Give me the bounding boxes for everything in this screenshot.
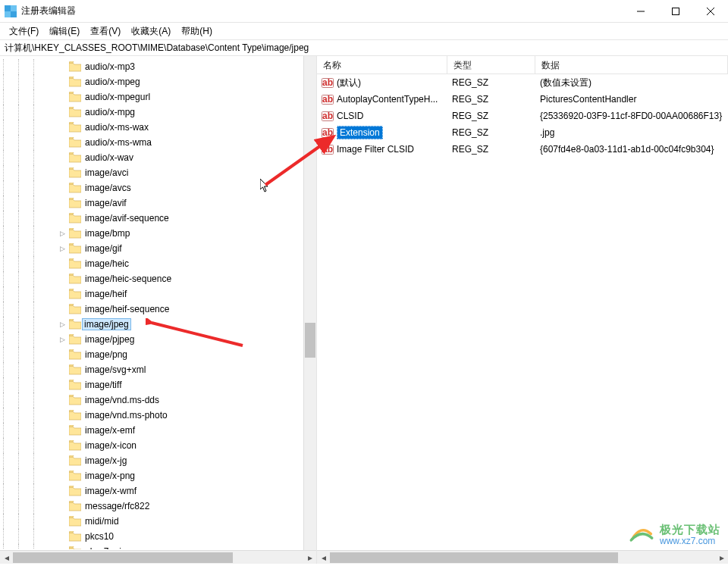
tree-item[interactable]: audio/x-mpg — [0, 105, 316, 120]
tree-item[interactable]: ▷image/bmp — [0, 226, 316, 241]
tree-vertical-scrollbar[interactable] — [303, 56, 316, 550]
tree-item[interactable]: image/avci — [0, 165, 316, 180]
list-row[interactable]: abAutoplayContentTypeH...REG_SZPicturesC… — [317, 91, 728, 108]
tree-item[interactable]: ▷image/pjpeg — [0, 332, 316, 347]
tree-item[interactable]: message/rfc822 — [0, 499, 316, 514]
tree-item[interactable]: ▷image/gif — [0, 241, 316, 256]
watermark-title: 极光下载站 — [660, 524, 720, 536]
tree-item[interactable]: image/heif-sequence — [0, 302, 316, 317]
svg-text:ab: ab — [322, 127, 333, 138]
registry-tree[interactable]: audio/x-mp3audio/x-mpegaudio/x-mpegurlau… — [0, 56, 316, 549]
close-button[interactable] — [693, 0, 728, 23]
tree-item-label: image/svg+xml — [84, 364, 146, 375]
tree-item[interactable]: image/x-jg — [0, 453, 316, 468]
expand-placeholder — [58, 305, 67, 314]
value-data-cell: (数值未设置) — [535, 77, 728, 89]
expand-placeholder — [58, 502, 67, 511]
tree-item[interactable]: image/avcs — [0, 180, 316, 195]
tree-item-label: pkcs10 — [84, 531, 115, 542]
menu-edit[interactable]: 编辑(E) — [45, 23, 84, 39]
watermark-logo-icon — [628, 527, 655, 543]
tree-item-label: image/heic-sequence — [84, 274, 172, 284]
menubar: 文件(F) 编辑(E) 查看(V) 收藏夹(A) 帮助(H) — [0, 23, 728, 39]
svg-text:ab: ab — [322, 77, 333, 88]
minimize-button[interactable] — [623, 0, 658, 23]
expand-placeholder — [58, 123, 67, 133]
list-row[interactable]: abExtensionREG_SZ.jpg — [317, 124, 728, 141]
app-icon — [5, 5, 17, 17]
tree-item[interactable]: image/heif — [0, 286, 316, 302]
col-data[interactable]: 数据 — [535, 56, 728, 73]
value-data-cell: {25336920-03F9-11cf-8FD0-00AA00686F13} — [535, 111, 728, 121]
menu-favorites[interactable]: 收藏夹(A) — [127, 23, 175, 39]
tree-item[interactable]: image/svg+xml — [0, 362, 316, 377]
tree-item[interactable]: image/tiff — [0, 377, 316, 392]
tree-item[interactable]: image/x-png — [0, 468, 316, 483]
address-text: 计算机\HKEY_CLASSES_ROOT\MIME\Database\Cont… — [5, 42, 309, 55]
scroll-left-icon[interactable]: ◂ — [317, 551, 330, 564]
tree-item-label: audio/x-mpg — [84, 107, 136, 117]
list-row[interactable]: ab(默认)REG_SZ(数值未设置) — [317, 74, 728, 91]
tree-item-label: image/x-wmf — [84, 486, 137, 496]
tree-item[interactable]: image/vnd.ms-dds — [0, 392, 316, 408]
expand-placeholder — [58, 350, 67, 360]
list-horizontal-scrollbar[interactable]: ◂ ▸ — [317, 550, 728, 564]
tree-item-label: pkcs7-mime — [84, 546, 135, 549]
value-name-cell: abImage Filter CLSID — [317, 143, 447, 155]
value-type-cell: REG_SZ — [447, 94, 535, 105]
menu-file[interactable]: 文件(F) — [5, 23, 43, 39]
tree-item[interactable]: ▷image/jpeg — [0, 317, 316, 332]
tree-item-label: image/tiff — [84, 380, 122, 390]
tree-item[interactable]: audio/x-ms-wax — [0, 120, 316, 135]
expand-icon[interactable]: ▷ — [58, 244, 67, 254]
tree-item[interactable]: image/avif-sequence — [0, 211, 316, 226]
tree-item-label: image/avcs — [84, 183, 132, 193]
tree-item[interactable]: image/x-icon — [0, 438, 316, 453]
scroll-left-icon[interactable]: ◂ — [0, 551, 13, 564]
list-row[interactable]: abCLSIDREG_SZ{25336920-03F9-11cf-8FD0-00… — [317, 108, 728, 124]
scroll-right-icon[interactable]: ▸ — [303, 551, 316, 564]
tree-item[interactable]: pkcs10 — [0, 529, 316, 544]
tree-item-label: image/avif-sequence — [84, 213, 170, 224]
value-type-cell: REG_SZ — [447, 77, 535, 88]
expand-placeholder — [58, 153, 67, 163]
tree-item[interactable]: image/vnd.ms-photo — [0, 408, 316, 423]
value-type-cell: REG_SZ — [447, 144, 535, 155]
expand-placeholder — [58, 441, 67, 451]
tree-item-label: image/heif — [84, 289, 127, 299]
tree-item[interactable]: audio/x-mp3 — [0, 59, 316, 74]
tree-item[interactable]: pkcs7-mime — [0, 544, 316, 549]
addressbar[interactable]: 计算机\HKEY_CLASSES_ROOT\MIME\Database\Cont… — [0, 39, 728, 56]
tree-item[interactable]: audio/x-wav — [0, 150, 316, 165]
list-header: 名称 类型 数据 — [317, 56, 728, 74]
col-name[interactable]: 名称 — [317, 56, 447, 73]
scroll-right-icon[interactable]: ▸ — [715, 551, 728, 564]
maximize-button[interactable] — [658, 0, 693, 23]
value-name-cell: abCLSID — [317, 110, 447, 122]
tree-item[interactable]: image/avif — [0, 195, 316, 211]
value-name-cell: abAutoplayContentTypeH... — [317, 93, 447, 105]
tree-item[interactable]: audio/x-ms-wma — [0, 135, 316, 150]
tree-item[interactable]: image/png — [0, 347, 316, 362]
tree-item[interactable]: midi/mid — [0, 514, 316, 529]
values-list[interactable]: ab(默认)REG_SZ(数值未设置)abAutoplayContentType… — [317, 74, 728, 158]
menu-help[interactable]: 帮助(H) — [177, 23, 217, 39]
tree-item[interactable]: image/heic-sequence — [0, 271, 316, 286]
tree-item[interactable]: image/x-wmf — [0, 483, 316, 499]
tree-item[interactable]: audio/x-mpeg — [0, 74, 316, 89]
expand-placeholder — [58, 426, 67, 436]
expand-icon[interactable]: ▷ — [58, 229, 67, 239]
expand-placeholder — [58, 547, 67, 550]
expand-icon[interactable]: ▷ — [58, 335, 67, 345]
tree-item[interactable]: audio/x-mpegurl — [0, 89, 316, 105]
svg-rect-1 — [11, 5, 17, 11]
tree-item-label: image/gif — [84, 243, 123, 254]
values-pane: 名称 类型 数据 ab(默认)REG_SZ(数值未设置)abAutoplayCo… — [317, 56, 728, 564]
tree-item[interactable]: image/x-emf — [0, 423, 316, 438]
expand-icon[interactable]: ▷ — [58, 320, 67, 330]
tree-horizontal-scrollbar[interactable]: ◂ ▸ — [0, 550, 316, 564]
tree-item[interactable]: image/heic — [0, 256, 316, 271]
menu-view[interactable]: 查看(V) — [86, 23, 125, 39]
list-row[interactable]: abImage Filter CLSIDREG_SZ{607fd4e8-0a03… — [317, 141, 728, 158]
col-type[interactable]: 类型 — [447, 56, 535, 73]
